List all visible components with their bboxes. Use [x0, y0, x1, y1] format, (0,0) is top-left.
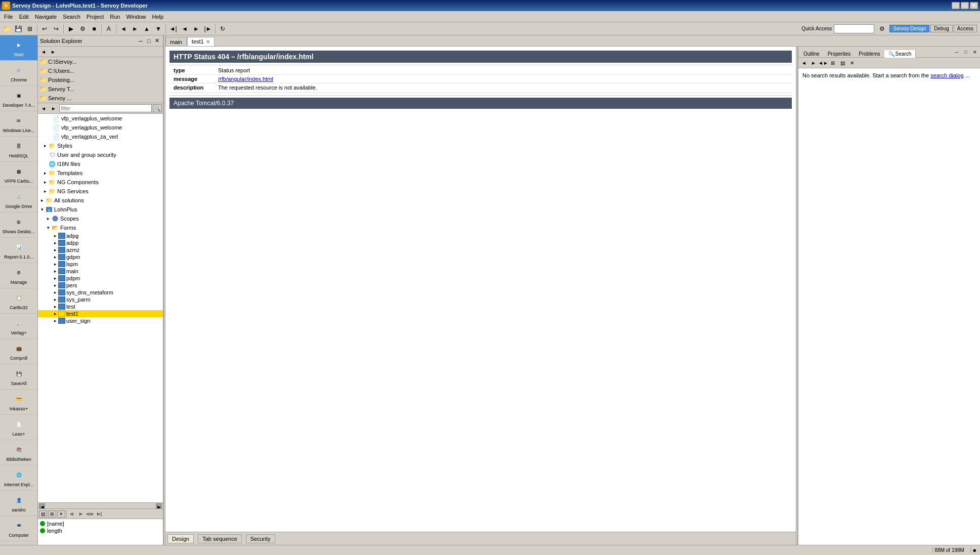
filter-input[interactable]	[59, 104, 152, 112]
tree-item-c-users[interactable]: 📁 C:\Users...	[38, 66, 163, 75]
nav-back-btn[interactable]: ◄	[39, 48, 48, 56]
toolbar-open[interactable]: 📁	[1, 24, 12, 34]
tree-item-posteing[interactable]: 📁 Posteing...	[38, 75, 163, 84]
toolbar-undo[interactable]: ↩	[39, 24, 50, 34]
filter-search-btn[interactable]: 🔍	[153, 104, 162, 112]
tree-scopes[interactable]: ▸ Scopes	[38, 214, 163, 223]
minimize-button[interactable]: ─	[952, 2, 960, 9]
tree-pdpm[interactable]: ▸ pdpm	[38, 275, 163, 282]
editor-tab-security[interactable]: Security	[246, 534, 275, 543]
tree-adpg[interactable]: ▸ adpg	[38, 232, 163, 239]
tree-sys-parm[interactable]: ▸ sys_parm	[38, 296, 163, 303]
toolbar-nav3[interactable]: ►	[191, 24, 202, 34]
right-nav-btn-6[interactable]: ✕	[847, 59, 857, 67]
right-tab-search[interactable]: 🔍 Search	[884, 50, 916, 58]
taskbar-least[interactable]: 📄 Leas+	[0, 415, 37, 440]
bottom-btn-7[interactable]: ⊳|	[95, 510, 103, 518]
tree-user-sign[interactable]: ▸ user_sign	[38, 317, 163, 324]
right-tab-outline[interactable]: Outline	[799, 50, 824, 58]
toolbar-save-all[interactable]: ⊞	[24, 24, 35, 34]
taskbar-windows-live[interactable]: ✉ Windows Live...	[0, 111, 37, 137]
tree-gdpm[interactable]: ▸ gdpm	[38, 253, 163, 261]
tree-item-c-servoy[interactable]: 📁 C:\Servoy...	[38, 57, 163, 66]
tree-all-solutions[interactable]: ▸ 📁 All solutions	[38, 196, 163, 205]
close-button[interactable]: ✕	[970, 2, 978, 9]
toolbar-nav2[interactable]: ◄	[179, 24, 190, 34]
bottom-btn-2[interactable]: ⊞	[48, 510, 56, 518]
http-link-message[interactable]: /rfb/angular/index.html	[218, 76, 273, 82]
toolbar-run[interactable]: ▶	[65, 24, 76, 34]
right-panel-close[interactable]: ✕	[971, 48, 979, 56]
taskbar-chrome[interactable]: ⊙ Chrome	[0, 61, 37, 86]
taskbar-carbu32[interactable]: 📋 CarBu32	[0, 288, 37, 314]
taskbar-start[interactable]: ▶ Start	[0, 35, 37, 61]
hscrollbar-right[interactable]: ►	[156, 503, 162, 508]
taskbar-developer[interactable]: ▣ Developer 7.4...	[0, 86, 37, 111]
toolbar-redo[interactable]: ↪	[51, 24, 62, 34]
tree-adpp[interactable]: ▸ adpp	[38, 239, 163, 246]
right-nav-btn-2[interactable]: ►	[809, 59, 818, 67]
tree-main[interactable]: ▸ main	[38, 268, 163, 275]
menu-edit[interactable]: Edit	[16, 13, 32, 21]
toolbar-nav4[interactable]: |►	[202, 24, 214, 34]
taskbar-sandro[interactable]: 👤 sandro	[0, 491, 37, 516]
tree-vfp-welcome[interactable]: 📄 vfp_verlagplus_welcome	[38, 114, 163, 123]
toolbar-up[interactable]: ▲	[141, 24, 152, 34]
tree-ng-components[interactable]: ▸ 📁 NG Components	[38, 178, 163, 187]
tree-vfp-welcome2[interactable]: 📄 vfp_verlagplus_welcome	[38, 123, 163, 132]
hscrollbar-track[interactable]	[45, 504, 156, 508]
tree-test1[interactable]: ▸ test1	[38, 310, 163, 317]
taskbar-internet-expl[interactable]: 🌐 Internet Expl...	[0, 465, 37, 491]
bottom-btn-5[interactable]: ⊳	[77, 510, 85, 518]
right-nav-btn-1[interactable]: ◄	[799, 59, 808, 67]
toolbar-stop[interactable]: ■	[89, 24, 100, 34]
taskbar-verlag[interactable]: 📰 Verlag+	[0, 314, 37, 339]
maximize-button[interactable]: □	[961, 2, 969, 9]
access-button[interactable]: Access	[954, 25, 977, 32]
filter-nav-back[interactable]: ◄	[39, 104, 48, 112]
menu-file[interactable]: File	[1, 13, 16, 21]
search-dialog-link[interactable]: search dialog	[930, 72, 963, 78]
right-nav-btn-3[interactable]: ◄►	[819, 59, 828, 67]
tab-test1-close[interactable]: ✕	[206, 39, 210, 45]
tab-test1[interactable]: test1 ✕	[187, 37, 215, 46]
taskbar-saveall[interactable]: 💾 SaveAll	[0, 364, 37, 390]
tree-forms[interactable]: ▾ 📂 Forms	[38, 223, 163, 232]
hscrollbar-left[interactable]: ◄	[39, 503, 45, 508]
toolbar-left[interactable]: ◄	[118, 24, 129, 34]
solution-explorer-close[interactable]: ✕	[153, 37, 161, 45]
bottom-btn-6[interactable]: ⊲⊳	[86, 510, 94, 518]
bottom-btn-4[interactable]: ⊲	[68, 510, 76, 518]
nav-forward-btn[interactable]: ►	[49, 48, 58, 56]
bottom-btn-1[interactable]: ▤	[39, 510, 47, 518]
filter-nav-forward[interactable]: ►	[49, 104, 58, 112]
tree-user-group-security[interactable]: 🛡 User and group security	[38, 150, 163, 159]
tree-azmz[interactable]: ▸ azmz	[38, 246, 163, 253]
menu-project[interactable]: Project	[83, 13, 107, 21]
quick-access-input[interactable]	[834, 24, 874, 33]
taskbar-google-drive[interactable]: △ Google Drive	[0, 187, 37, 212]
tree-hscrollbar[interactable]: ◄ ►	[38, 502, 163, 508]
taskbar-netzwerk[interactable]: 🔗 Netzwerk	[0, 541, 37, 545]
right-tab-problems[interactable]: Problems	[855, 50, 884, 58]
taskbar-bibliotheken[interactable]: 📚 Bibliotheken	[0, 440, 37, 465]
tree-lspm[interactable]: ▸ lspm	[38, 261, 163, 268]
menu-window[interactable]: Window	[123, 13, 149, 21]
debug-button[interactable]: Debug	[930, 25, 952, 32]
solution-explorer-minimize[interactable]: ─	[137, 37, 145, 45]
right-nav-btn-4[interactable]: ⊞	[828, 59, 837, 67]
toolbar-nav1[interactable]: ◄|	[167, 24, 179, 34]
title-bar-controls[interactable]: ─ □ ✕	[952, 2, 978, 9]
menu-search[interactable]: Search	[60, 13, 83, 21]
bottom-btn-3[interactable]: ✕	[57, 510, 65, 518]
servoy-design-button[interactable]: Servoy Design	[889, 25, 929, 32]
menu-help[interactable]: Help	[149, 13, 167, 21]
menu-navigate[interactable]: Navigate	[32, 13, 60, 21]
menu-run[interactable]: Run	[107, 13, 123, 21]
tree-pers[interactable]: ▸ pers	[38, 282, 163, 289]
tree-item-servoy-t[interactable]: 📁 Servoy T...	[38, 84, 163, 94]
right-panel-maximize[interactable]: □	[962, 48, 970, 56]
toolbar-down[interactable]: ▼	[153, 24, 164, 34]
tree-i18n[interactable]: 🌐 I18N files	[38, 159, 163, 168]
toolbar-settings[interactable]: ⚙	[876, 24, 887, 34]
